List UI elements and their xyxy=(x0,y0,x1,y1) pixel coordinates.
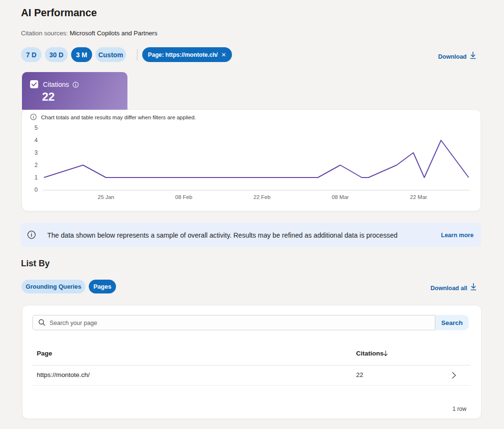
svg-text:08 Feb: 08 Feb xyxy=(175,194,192,200)
svg-text:5: 5 xyxy=(34,125,38,131)
svg-text:22 Feb: 22 Feb xyxy=(253,194,271,200)
svg-text:2: 2 xyxy=(34,162,38,168)
svg-text:3: 3 xyxy=(34,149,38,156)
svg-text:1: 1 xyxy=(34,174,38,181)
svg-text:08 Mar: 08 Mar xyxy=(332,194,349,200)
svg-text:0: 0 xyxy=(34,187,38,193)
svg-text:25 Jan: 25 Jan xyxy=(98,194,115,200)
svg-text:22 Mar: 22 Mar xyxy=(410,194,427,200)
svg-text:4: 4 xyxy=(34,137,38,144)
